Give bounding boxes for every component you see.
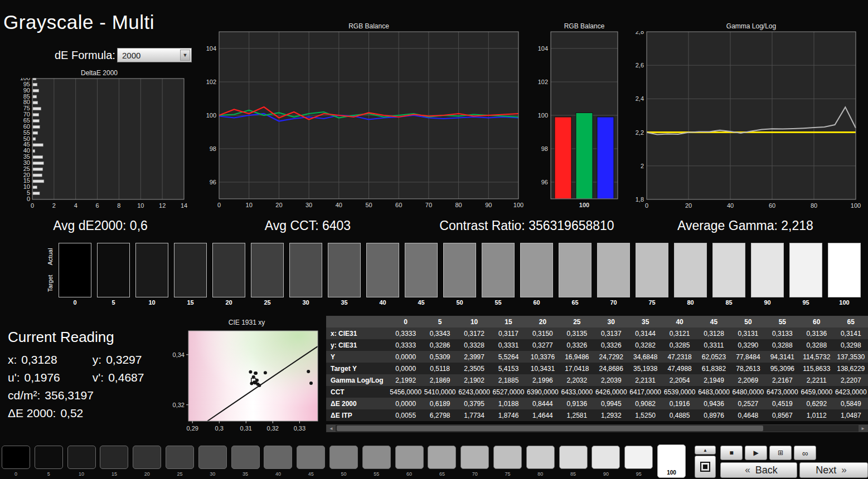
table-cell: 24,7292 — [594, 351, 628, 363]
table-cell: 114,5732 — [799, 351, 833, 363]
table-col-header-60: 60 — [799, 316, 833, 328]
grayscale-patch-35[interactable] — [231, 446, 260, 469]
svg-text:100: 100 — [513, 202, 523, 208]
table-cell: 1,8746 — [491, 409, 525, 421]
table-cell: 6423,0000 — [833, 386, 868, 398]
patch-label-5: 5 — [34, 471, 64, 477]
table-cell: 6527,0000 — [491, 386, 525, 398]
measurement-table-wrap: 05101520253035404550556065x: CIE310,3333… — [326, 316, 868, 421]
table-cell: 47,2318 — [662, 351, 696, 363]
pattern-window-button[interactable] — [695, 456, 716, 478]
table-cell: 0,6189 — [423, 398, 457, 409]
table-col-header-65: 65 — [833, 316, 868, 328]
grayscale-patch-25[interactable] — [166, 446, 194, 469]
current-reading-xy: x:0,3128 y:0,3297 — [8, 353, 174, 366]
grayscale-patch-55[interactable] — [362, 446, 391, 469]
table-cell: 5,5264 — [491, 351, 525, 363]
swatch-5 — [97, 243, 130, 297]
expand-button[interactable]: ⊞ — [769, 446, 792, 460]
svg-text:2,6: 2,6 — [636, 62, 644, 69]
grayscale-patch-80[interactable] — [526, 446, 555, 469]
grayscale-patch-40[interactable] — [264, 446, 292, 469]
table-cell: 1,4644 — [526, 409, 560, 421]
table-cell: 0,3128 — [697, 328, 731, 339]
swatch-label-100: 100 — [828, 299, 861, 306]
de-formula-dropdown[interactable]: 2000 ▼ — [117, 48, 192, 62]
grayscale-patch-30[interactable] — [198, 446, 227, 469]
swatch-label-30: 30 — [289, 299, 322, 306]
grayscale-patch-100[interactable]: 100 — [657, 444, 686, 478]
deltae-bar-80 — [33, 101, 38, 104]
svg-text:2,4: 2,4 — [636, 95, 644, 102]
swatch-label-50: 50 — [443, 299, 476, 306]
swatch-55 — [482, 243, 515, 297]
swatch-65 — [559, 243, 591, 297]
rgb-bar-chart-title: RGB Balance — [532, 22, 624, 31]
table-cell: 0,3288 — [799, 339, 833, 351]
table-cell: 5,4153 — [491, 363, 525, 374]
svg-text:80: 80 — [455, 202, 462, 208]
grayscale-patch-50[interactable] — [329, 446, 358, 469]
swatch-label-75: 75 — [636, 299, 668, 306]
grayscale-patch-20[interactable] — [133, 446, 161, 469]
cie-point-6 — [254, 372, 258, 375]
swatch-100 — [828, 243, 861, 297]
svg-text:0: 0 — [31, 202, 34, 209]
swatch-20 — [212, 243, 245, 297]
horizontal-scrollbar[interactable]: ◄ ► — [326, 424, 868, 432]
grayscale-patch-15[interactable] — [100, 446, 128, 469]
table-cell: 2,3997 — [457, 351, 491, 363]
swatch-row: 0510152025303540455055606570758085909510… — [45, 241, 868, 310]
grayscale-patch-70[interactable] — [460, 446, 489, 469]
scroll-right-button[interactable]: ► — [859, 425, 867, 432]
collapse-button[interactable]: ▲ — [695, 446, 716, 454]
grayscale-patch-60[interactable] — [395, 446, 424, 469]
patch-label-80: 80 — [526, 471, 555, 477]
grayscale-patch-5[interactable] — [35, 446, 63, 469]
scroll-left-button[interactable]: ◄ — [327, 425, 336, 432]
grayscale-patch-90[interactable] — [591, 446, 620, 469]
deltae-bar-30 — [33, 162, 43, 164]
back-button[interactable]: « Back — [720, 462, 797, 478]
scrollbar-thumb[interactable] — [337, 426, 763, 431]
svg-text:80: 80 — [811, 202, 817, 209]
cie-chart-plot: 0,340,320,290,30,310,320,33 — [170, 328, 323, 431]
rgb-balance-bar-chart: RGB Balance 9698100102104100 — [532, 22, 624, 214]
grayscale-patch-85[interactable] — [559, 446, 588, 469]
svg-text:30: 30 — [306, 202, 312, 208]
grayscale-patch-95[interactable] — [624, 446, 653, 469]
table-row: CCT5456,00005410,00006243,00006527,00006… — [326, 386, 868, 398]
svg-text:0,33: 0,33 — [294, 425, 306, 431]
play-icon: ▶ — [753, 449, 758, 457]
page-title: Grayscale - Multi — [3, 11, 154, 33]
rgb-line-chart-title: RGB Balance — [201, 22, 525, 31]
table-cell: 2,2167 — [765, 374, 799, 386]
patch-label-40: 40 — [263, 471, 293, 477]
table-row-label: ΔE ITP — [326, 409, 389, 421]
back-chevron-icon: « — [745, 465, 750, 476]
play-button[interactable]: ▶ — [745, 446, 767, 460]
swatch-label-5: 5 — [97, 299, 130, 306]
table-cell: 0,3326 — [594, 339, 628, 351]
svg-text:0: 0 — [27, 195, 30, 202]
table-cell: 47,4988 — [662, 363, 696, 374]
next-button[interactable]: Next » — [799, 462, 868, 478]
gamma-chart: Gamma Log/Log 0204060801001,822,22,42,62… — [627, 22, 868, 214]
patch-label-90: 90 — [591, 471, 620, 477]
grayscale-patch-45[interactable] — [297, 446, 325, 469]
rgb-bar-chart-plot: 9698100102104100 — [532, 31, 624, 214]
deltae-bar-5 — [33, 192, 40, 195]
grayscale-patch-75[interactable] — [493, 446, 522, 469]
table-cell: 0,3121 — [662, 328, 696, 339]
grayscale-patch-0[interactable] — [2, 446, 30, 469]
table-row: Gamma Log/Log2,19922,18692,19022,18852,1… — [326, 374, 868, 386]
table-corner-cell — [326, 316, 389, 328]
grayscale-patch-65[interactable] — [428, 446, 456, 469]
grayscale-patch-10[interactable] — [67, 446, 96, 469]
rgb-balance-line-chart: RGB Balance 0102030405060708090100969810… — [201, 22, 525, 214]
svg-text:10: 10 — [246, 202, 253, 208]
svg-text:0,3: 0,3 — [215, 425, 224, 431]
stop-button[interactable]: ■ — [720, 446, 743, 460]
loop-button[interactable]: ∞ — [794, 446, 816, 460]
table-cell: 0,3135 — [560, 328, 594, 339]
